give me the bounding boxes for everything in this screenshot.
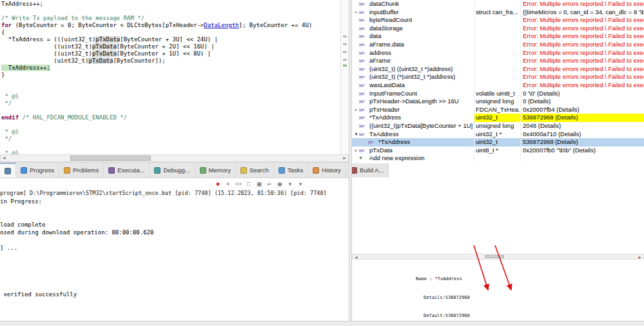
expression-row[interactable]: (x)=aFrame.dataError: Multiple errors re… [352, 41, 644, 49]
tab-problems[interactable]: Problems [59, 163, 104, 178]
expression-row[interactable]: (x)=((uint32_t)pTxData[ByteCounter + 1U]… [352, 122, 644, 130]
scroll-lock-icon[interactable]: ▣ [255, 179, 264, 188]
overview-ruler[interactable] [340, 0, 349, 154]
code-line[interactable]: } [1, 72, 340, 79]
editor-horizontal-scrollbar[interactable]: ◄ ► [0, 154, 349, 162]
scroll-right-arrow-icon[interactable]: ► [341, 155, 348, 161]
code-line[interactable]: * @} [1, 93, 340, 100]
word-wrap-icon[interactable]: ↵ [265, 179, 274, 188]
code-line[interactable] [1, 8, 340, 15]
expression-name: *TxAddress [378, 138, 410, 147]
code-text [1, 107, 5, 114]
expression-type [474, 57, 521, 65]
expression-row[interactable]: (x)=byteReadCountError: Multiple errors … [352, 16, 644, 25]
code-line[interactable]: TxAddress++; [1, 65, 340, 72]
expression-row[interactable]: (x)=addressError: Multiple errors report… [352, 49, 644, 57]
console-line [0, 283, 349, 290]
detail-horizontal-scrollbar[interactable]: ◄ ► [352, 254, 644, 260]
tab-history[interactable]: History [308, 163, 346, 178]
expression-row[interactable]: +Add new expression [352, 154, 644, 163]
expression-row[interactable]: ▾(x)=TxAddressuint32_t *0x4000a710 (Deta… [352, 130, 644, 139]
scrollbar-thumb[interactable] [485, 255, 504, 258]
code-line[interactable]: * @} [1, 150, 340, 154]
code-line[interactable]: (uint32_t)pTxData[ByteCounter]); [1, 57, 340, 65]
watch-expression-icon: (x)= [368, 138, 378, 147]
expression-row[interactable]: (x)=*TxAddressuint32_t536872968 (Details… [352, 138, 644, 147]
pin-console-icon[interactable]: ◉ [275, 179, 284, 188]
expression-name-cell: (x)=dataStorage [352, 25, 474, 33]
expression-type: unsigned long [474, 122, 521, 130]
display-selected-console-icon[interactable]: ▾ [286, 179, 295, 188]
expression-value: Error: Multiple errors reported.\ Failed… [521, 32, 644, 41]
console-toolbar: ■×××□▣↵◉▾▾ [213, 179, 306, 189]
expression-row[interactable]: (x)=(uint32_t) ((uint32_t *)address)Erro… [352, 65, 644, 74]
watch-expression-icon: (x)= [359, 81, 369, 90]
remove-launch-icon[interactable]: × [224, 179, 233, 188]
code-line[interactable]: ((uint32_t)pTxData[ByteCounter + 2U] << … [1, 43, 340, 50]
expression-row[interactable]: (x)=dataChunkError: Multiple errors repo… [352, 0, 644, 8]
tab-memory[interactable]: Memory [195, 163, 236, 178]
expression-row[interactable]: (x)=(uint32_t) (*(uint32_t *)address)Err… [352, 73, 644, 81]
expression-row[interactable]: ▸(x)=inputBufferstruct can_fra...{{timeM… [352, 8, 644, 17]
expression-value: Error: Multiple errors reported.\ Failed… [521, 73, 644, 81]
expression-row[interactable]: (x)=dataError: Multiple errors reported.… [352, 32, 644, 41]
scrollbar-thumb[interactable] [70, 156, 151, 161]
code-line[interactable]: *TxAddress = (((uint32_t)pTxData[ByteCou… [1, 36, 340, 43]
tab-search[interactable]: Search [236, 163, 274, 178]
remove-all-launches-icon[interactable]: ×× [234, 179, 243, 188]
code-line[interactable]: for (ByteCounter = 0; ByteCounter < DLCt… [1, 22, 340, 29]
expression-row[interactable]: ▸(x)=pTxDatauint8_t *0x20007fb0 "\b\b" (… [352, 147, 644, 155]
expression-name: pTxHeader->DataLength >> 16U [369, 97, 459, 106]
add-expression-icon: + [359, 154, 369, 163]
expand-icon[interactable]: ▸ [353, 106, 359, 114]
code-line[interactable] [1, 79, 340, 86]
code-line[interactable] [1, 107, 340, 114]
console-line: verified successfully [0, 290, 349, 298]
watch-expression-icon: (x)= [359, 97, 369, 106]
expression-row[interactable]: (x)=pTxHeader->DataLength >> 16Uunsigned… [352, 97, 644, 106]
code-token: endif [1, 114, 19, 121]
open-console-icon[interactable]: ▾ [296, 179, 305, 188]
code-text [1, 121, 5, 128]
code-line[interactable]: * @} [1, 128, 340, 136]
expression-row[interactable]: (x)=*TxAddressuint32_t536872968 (Details… [352, 114, 644, 122]
tab-progress[interactable]: Progress [16, 163, 59, 178]
code-line[interactable]: TxAddress++; [1, 1, 340, 8]
code-line[interactable]: { [1, 29, 340, 36]
code-line[interactable]: endif /* HAL_FDCAN_MODULE_ENABLED */ [1, 114, 340, 121]
expression-row[interactable]: (x)=aFrameError: Multiple errors reporte… [352, 57, 644, 65]
code-line[interactable] [1, 86, 340, 93]
code-token: *TxAddress = (((uint32_t) [1, 36, 95, 43]
console-output[interactable]: in Progress: load completeosed during do… [0, 198, 349, 320]
code-editor[interactable]: TxAddress++; /* Write Tx payload to the … [0, 0, 340, 154]
tab-console[interactable] [0, 163, 16, 178]
expand-icon[interactable]: ▸ [353, 147, 359, 155]
expression-row[interactable]: (x)=dataStorageError: Multiple errors re… [352, 25, 644, 33]
expression-row[interactable]: (x)=wasLastDataError: Multiple errors re… [352, 81, 644, 90]
code-line[interactable]: */ [1, 100, 340, 107]
expression-name: dataStorage [369, 25, 403, 33]
code-line[interactable] [1, 143, 340, 150]
expression-row[interactable]: ▸(x)=pTxHeaderFDCAN_TxHea...0x20007fb4 (… [352, 106, 644, 114]
scroll-right-arrow-icon[interactable]: ► [636, 254, 643, 261]
tab-tasks[interactable]: Tasks [274, 163, 308, 178]
code-line[interactable]: ((uint32_t)pTxData[ByteCounter + 1U] << … [1, 50, 340, 57]
expression-row[interactable]: (x)=InputFrameCountvolatile uint8_t0 '\0… [352, 90, 644, 98]
expression-name: byteReadCount [369, 16, 412, 25]
code-line[interactable]: */ [1, 136, 340, 143]
code-token: (ByteCounter = 0; ByteCounter < DLCtoByt… [12, 22, 204, 28]
code-line[interactable]: /* Write Tx payload to the message RAM *… [1, 15, 340, 22]
expression-type: uint32_t [474, 114, 521, 122]
tab-build-analyzer[interactable]: Build A... [346, 163, 389, 178]
code-line[interactable] [1, 121, 340, 128]
watch-expression-icon: (x)= [359, 32, 369, 41]
terminate-icon[interactable]: ■ [213, 179, 222, 188]
tab-debugger-console[interactable]: Debugg... [150, 163, 195, 178]
scroll-left-arrow-icon[interactable]: ◄ [1, 155, 8, 161]
collapse-icon[interactable]: ▾ [353, 130, 359, 139]
tab-executables[interactable]: Executa... [104, 163, 150, 178]
scroll-left-arrow-icon[interactable]: ◄ [353, 254, 360, 261]
clear-console-icon[interactable]: □ [244, 179, 253, 188]
expression-name: (uint32_t) (*(uint32_t *)address) [369, 73, 455, 81]
expand-icon[interactable]: ▸ [353, 8, 359, 17]
